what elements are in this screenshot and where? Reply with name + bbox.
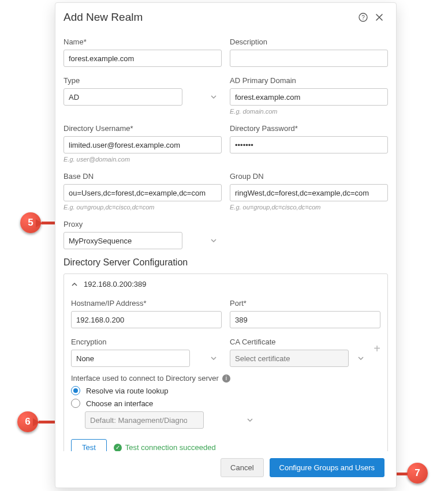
test-result-text: Test connection succeeded bbox=[125, 443, 216, 451]
chevron-up-icon[interactable] bbox=[71, 281, 78, 288]
proxy-select[interactable] bbox=[64, 232, 182, 249]
ca-certificate-label: CA Certificate bbox=[230, 338, 369, 346]
directory-username-label: Directory Username* bbox=[64, 124, 222, 133]
ad-primary-domain-input[interactable] bbox=[230, 88, 388, 106]
add-new-realm-modal: Add New Realm ? Name* Description bbox=[55, 2, 397, 488]
server-address: 192.168.0.200:389 bbox=[84, 280, 146, 288]
name-input[interactable] bbox=[64, 50, 222, 67]
group-dn-hint: E.g. ou=group,dc=cisco,dc=com bbox=[230, 204, 388, 211]
radio-icon bbox=[71, 399, 80, 408]
cancel-button[interactable]: Cancel bbox=[221, 458, 263, 477]
encryption-select[interactable] bbox=[71, 350, 190, 367]
chevron-down-icon bbox=[357, 355, 364, 362]
modal-title: Add New Realm bbox=[64, 11, 352, 24]
radio-icon bbox=[71, 386, 80, 395]
proxy-label: Proxy bbox=[64, 220, 222, 228]
interface-label: Interface used to connect to Directory s… bbox=[71, 374, 219, 383]
directory-username-input[interactable] bbox=[64, 136, 222, 153]
help-icon[interactable]: ? bbox=[358, 12, 368, 23]
directory-username-hint: E.g. user@domain.com bbox=[64, 156, 222, 163]
configure-groups-users-button[interactable]: Configure Groups and Users bbox=[270, 458, 384, 477]
port-label: Port* bbox=[230, 299, 380, 308]
chevron-down-icon bbox=[247, 417, 253, 423]
group-dn-input[interactable] bbox=[230, 184, 388, 201]
interface-select[interactable] bbox=[85, 411, 204, 429]
hostname-label: Hostname/IP Address* bbox=[71, 299, 222, 308]
close-icon[interactable] bbox=[374, 12, 384, 23]
add-certificate-icon[interactable]: + bbox=[374, 342, 380, 355]
chevron-down-icon bbox=[210, 355, 217, 362]
radio-resolve-route[interactable]: Resolve via route lookup bbox=[71, 386, 380, 395]
ca-certificate-select[interactable] bbox=[230, 350, 349, 367]
chevron-down-icon bbox=[210, 93, 217, 100]
type-label: Type bbox=[64, 76, 222, 85]
radio-choose-interface[interactable]: Choose an interface bbox=[71, 399, 380, 408]
check-icon: ✓ bbox=[114, 444, 122, 452]
annotation-callout-7: 7 bbox=[407, 463, 428, 483]
name-label: Name* bbox=[64, 38, 222, 46]
chevron-down-icon bbox=[210, 237, 217, 244]
directory-password-input[interactable] bbox=[230, 136, 388, 153]
base-dn-input[interactable] bbox=[64, 184, 222, 201]
base-dn-label: Base DN bbox=[64, 172, 222, 181]
description-label: Description bbox=[230, 38, 388, 46]
hostname-input[interactable] bbox=[71, 311, 222, 328]
description-input[interactable] bbox=[230, 50, 388, 67]
directory-password-label: Directory Password* bbox=[230, 124, 388, 133]
svg-text:?: ? bbox=[361, 14, 365, 21]
type-select[interactable] bbox=[64, 88, 182, 106]
radio-choose-label: Choose an interface bbox=[86, 399, 153, 408]
directory-server-config-title: Directory Server Configuration bbox=[64, 257, 388, 268]
info-icon[interactable]: i bbox=[222, 374, 230, 383]
radio-resolve-label: Resolve via route lookup bbox=[86, 387, 168, 395]
port-input[interactable] bbox=[230, 311, 380, 328]
directory-server-panel: 192.168.0.200:389 Hostname/IP Address* P… bbox=[64, 273, 388, 451]
ad-primary-domain-hint: E.g. domain.com bbox=[230, 108, 388, 115]
test-button[interactable]: Test bbox=[71, 439, 107, 451]
ad-primary-domain-label: AD Primary Domain bbox=[230, 76, 388, 85]
encryption-label: Encryption bbox=[71, 338, 222, 346]
group-dn-label: Group DN bbox=[230, 172, 388, 181]
base-dn-hint: E.g. ou=group,dc=cisco,dc=com bbox=[64, 204, 222, 211]
